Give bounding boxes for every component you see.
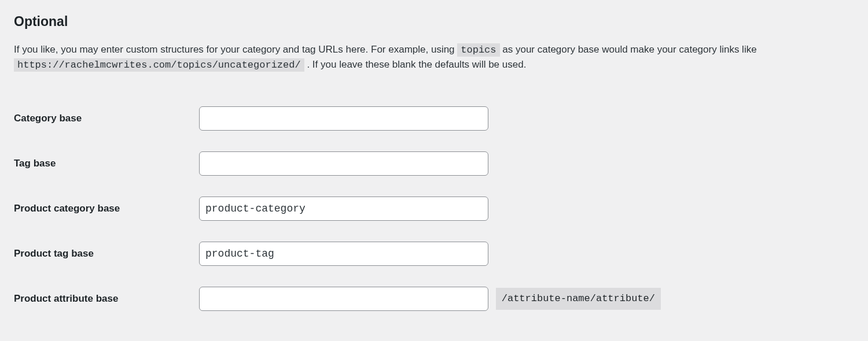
product-attribute-base-input[interactable] xyxy=(199,287,488,311)
product-tag-base-input[interactable] xyxy=(199,242,488,266)
category-base-label: Category base xyxy=(14,96,199,141)
description-text-part1: If you like, you may enter custom struct… xyxy=(14,44,457,55)
product-attribute-base-label: Product attribute base xyxy=(14,276,199,321)
optional-settings-table: Category base Tag base Product category … xyxy=(14,96,854,321)
description-code-topics: topics xyxy=(457,43,499,57)
product-attribute-base-suffix: /attribute-name/attribute/ xyxy=(496,288,661,310)
tag-base-label: Tag base xyxy=(14,141,199,186)
tag-base-input[interactable] xyxy=(199,151,488,176)
description-text-part3: . If you leave these blank the defaults … xyxy=(307,59,526,70)
product-category-base-label: Product category base xyxy=(14,186,199,231)
section-heading: Optional xyxy=(14,12,854,32)
description-text-part2: as your category base would make your ca… xyxy=(502,44,756,55)
category-base-input[interactable] xyxy=(199,106,488,131)
section-description: If you like, you may enter custom struct… xyxy=(14,42,854,73)
product-category-base-input[interactable] xyxy=(199,197,488,221)
description-code-url: https://rachelmcwrites.com/topics/uncate… xyxy=(14,58,304,72)
product-tag-base-label: Product tag base xyxy=(14,231,199,276)
